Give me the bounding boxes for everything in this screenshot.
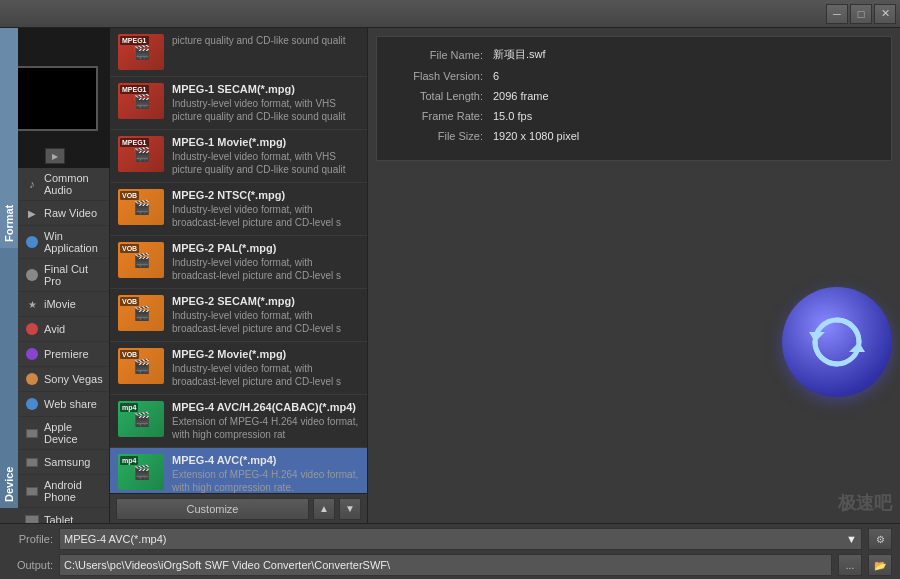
content-area: ▶ Format Device ♪ Common Audio ▶ Raw Vid… <box>0 28 900 523</box>
format-name: MPEG-1 SECAM(*.mpg) <box>172 83 359 95</box>
profile-value: MPEG-4 AVC(*.mp4) <box>64 533 167 545</box>
output-label: Output: <box>8 559 53 571</box>
convert-button[interactable] <box>782 287 892 397</box>
minimize-button[interactable]: ─ <box>826 4 848 24</box>
sidebar-item-final-cut-pro[interactable]: Final Cut Pro <box>18 259 109 292</box>
format-name: MPEG-2 PAL(*.mpg) <box>172 242 359 254</box>
format-desc: Industry-level video format, with VHS pi… <box>172 150 359 176</box>
format-name: MPEG-2 NTSC(*.mpg) <box>172 189 359 201</box>
frame-rate-value: 15.0 fps <box>493 110 532 122</box>
sidebar-item-tablet[interactable]: Tablet <box>18 508 109 523</box>
format-name: MPEG-2 Movie(*.mpg) <box>172 348 359 360</box>
preview-screen <box>13 66 98 131</box>
sidebar-item-samsung[interactable]: Samsung <box>18 450 109 475</box>
list-item[interactable]: MPEG1 🎬 MPEG-1 Movie(*.mpg) Industry-lev… <box>110 130 367 183</box>
list-item[interactable]: MPEG1 🎬 MPEG-1 SECAM(*.mpg) Industry-lev… <box>110 77 367 130</box>
watermark: 极速吧 <box>838 491 892 515</box>
sidebar-item-imovie[interactable]: ★ iMovie <box>18 292 109 317</box>
sidebar-item-label: Sony Vegas <box>44 373 103 385</box>
format-info: MPEG-2 PAL(*.mpg) Industry-level video f… <box>172 242 359 282</box>
format-name: MPEG-1 Movie(*.mpg) <box>172 136 359 148</box>
flash-version-row: Flash Version: 6 <box>393 70 875 82</box>
output-row: Output: C:\Users\pc\Videos\iOrgSoft SWF … <box>8 554 892 576</box>
raw-video-icon: ▶ <box>24 205 40 221</box>
format-info: MPEG-1 Movie(*.mpg) Industry-level video… <box>172 136 359 176</box>
format-thumbnail: MPEG1 🎬 <box>118 83 164 119</box>
format-thumbnail: mp4 🎬 <box>118 454 164 490</box>
list-item[interactable]: VOB 🎬 MPEG-2 NTSC(*.mpg) Industry-level … <box>110 183 367 236</box>
preview-controls: ▶ <box>45 148 65 164</box>
sidebar-item-android-phone[interactable]: Android Phone <box>18 475 109 508</box>
list-item[interactable]: mp4 🎬 MPEG-4 AVC/H.264(CABAC)(*.mp4) Ext… <box>110 395 367 448</box>
format-list: MPEG1 🎬 picture quality and CD-like soun… <box>110 28 367 493</box>
sidebar-item-avid[interactable]: Avid <box>18 317 109 342</box>
list-item[interactable]: VOB 🎬 MPEG-2 SECAM(*.mpg) Industry-level… <box>110 289 367 342</box>
file-name-value: 新项目.swf <box>493 47 546 62</box>
refresh-icon <box>807 312 867 372</box>
format-thumbnail: VOB 🎬 <box>118 295 164 331</box>
flash-version-label: Flash Version: <box>393 70 483 82</box>
sidebar-item-raw-video[interactable]: ▶ Raw Video <box>18 201 109 226</box>
sidebar-item-label: Final Cut Pro <box>44 263 103 287</box>
file-size-value: 1920 x 1080 pixel <box>493 130 579 142</box>
premiere-icon <box>24 346 40 362</box>
scroll-up-button[interactable]: ▲ <box>313 498 335 520</box>
sidebar-item-label: Avid <box>44 323 65 335</box>
format-info: MPEG-2 Movie(*.mpg) Industry-level video… <box>172 348 359 388</box>
format-thumbnail: VOB 🎬 <box>118 242 164 278</box>
browse-button[interactable]: ... <box>838 554 862 576</box>
web-icon <box>24 396 40 412</box>
list-item[interactable]: VOB 🎬 MPEG-2 PAL(*.mpg) Industry-level v… <box>110 236 367 289</box>
scroll-down-button[interactable]: ▼ <box>339 498 361 520</box>
tablet-icon <box>24 512 40 523</box>
imovie-icon: ★ <box>24 296 40 312</box>
format-info: MPEG-4 AVC/H.264(CABAC)(*.mp4) Extension… <box>172 401 359 441</box>
bottom-bar: Profile: MPEG-4 AVC(*.mp4) ▼ ⚙ Output: C… <box>0 523 900 579</box>
format-panel: MPEG1 🎬 picture quality and CD-like soun… <box>110 28 368 523</box>
sidebar-item-label: Tablet <box>44 514 73 523</box>
android-icon <box>24 483 40 499</box>
maximize-button[interactable]: □ <box>850 4 872 24</box>
win-app-icon <box>24 234 40 250</box>
file-size-label: File Size: <box>393 130 483 142</box>
sidebar-item-label: Common Audio <box>44 172 103 196</box>
main-window: ─ □ ✕ ▶ Format Device ♪ Common Audi <box>0 0 900 579</box>
output-path[interactable]: C:\Users\pc\Videos\iOrgSoft SWF Video Co… <box>59 554 832 576</box>
play-button[interactable]: ▶ <box>45 148 65 164</box>
total-length-label: Total Length: <box>393 90 483 102</box>
right-panel: File Name: 新项目.swf Flash Version: 6 Tota… <box>368 28 900 523</box>
total-length-row: Total Length: 2096 frame <box>393 90 875 102</box>
frame-rate-row: Frame Rate: 15.0 fps <box>393 110 875 122</box>
file-name-row: File Name: 新项目.swf <box>393 47 875 62</box>
list-item[interactable]: VOB 🎬 MPEG-2 Movie(*.mpg) Industry-level… <box>110 342 367 395</box>
format-section-label[interactable]: Format <box>0 28 18 248</box>
format-name: MPEG-4 AVC(*.mp4) <box>172 454 359 466</box>
format-name: MPEG-4 AVC/H.264(CABAC)(*.mp4) <box>172 401 359 413</box>
frame-rate-label: Frame Rate: <box>393 110 483 122</box>
settings-button[interactable]: ⚙ <box>868 528 892 550</box>
sidebar-item-sony-vegas[interactable]: Sony Vegas <box>18 367 109 392</box>
audio-icon: ♪ <box>24 176 40 192</box>
customize-button[interactable]: Customize <box>116 498 309 520</box>
sidebar-item-apple-device[interactable]: Apple Device <box>18 417 109 450</box>
open-folder-button[interactable]: 📂 <box>868 554 892 576</box>
close-button[interactable]: ✕ <box>874 4 896 24</box>
apple-device-icon <box>24 425 40 441</box>
sidebar-item-web-share[interactable]: Web share <box>18 392 109 417</box>
device-section-label[interactable]: Device <box>0 248 18 508</box>
profile-label: Profile: <box>8 533 53 545</box>
profile-dropdown-arrow: ▼ <box>846 533 857 545</box>
sidebar-item-common-audio[interactable]: ♪ Common Audio <box>18 168 109 201</box>
format-info: MPEG-4 AVC(*.mp4) Extension of MPEG-4 H.… <box>172 454 359 493</box>
list-item[interactable]: mp4 🎬 MPEG-4 AVC(*.mp4) Extension of MPE… <box>110 448 367 493</box>
sidebar-item-premiere[interactable]: Premiere <box>18 342 109 367</box>
format-desc: Industry-level video format, with broadc… <box>172 203 359 229</box>
total-length-value: 2096 frame <box>493 90 549 102</box>
format-desc: Industry-level video format, with broadc… <box>172 256 359 282</box>
profile-select[interactable]: MPEG-4 AVC(*.mp4) ▼ <box>59 528 862 550</box>
category-list: ♪ Common Audio ▶ Raw Video Win Applicati… <box>18 168 109 523</box>
sidebar-item-label: Premiere <box>44 348 89 360</box>
list-item[interactable]: MPEG1 🎬 picture quality and CD-like soun… <box>110 28 367 77</box>
flash-version-value: 6 <box>493 70 499 82</box>
sidebar-item-win-application[interactable]: Win Application <box>18 226 109 259</box>
